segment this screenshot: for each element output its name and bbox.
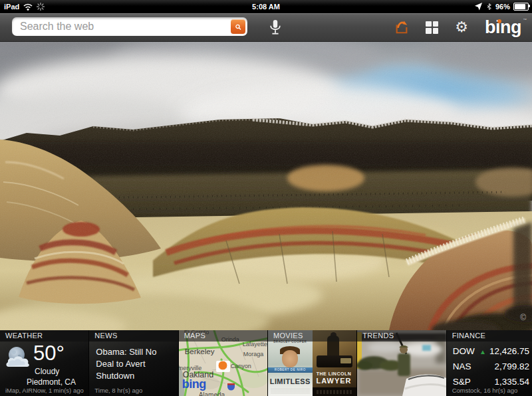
map-label-berkeley: Berkeley — [185, 347, 215, 355]
search-input[interactable] — [12, 21, 231, 33]
tile-weather[interactable]: WEATHER 50° Cloudy Piedmont, CA iMap, AI… — [0, 330, 88, 396]
finance-header: FINANCE — [447, 330, 532, 342]
ticker-value: 1,335.54 — [494, 377, 529, 387]
trends-header: TRENDS — [357, 330, 446, 342]
clock: 5:08 AM — [252, 3, 280, 11]
battery-icon — [513, 3, 529, 11]
weather-location: Piedmont, CA — [27, 377, 76, 387]
ticker-value: 12,426.75 — [489, 346, 529, 356]
apps-grid-icon[interactable] — [426, 21, 438, 34]
bing-logo-trademark: ™ — [523, 18, 527, 22]
ticker-symbol: S&P — [453, 377, 471, 387]
tile-trends[interactable]: TRENDS — [356, 330, 446, 396]
maps-header: MAPS — [179, 330, 267, 342]
bluetooth-icon — [486, 2, 492, 11]
magnifier-icon — [235, 22, 241, 32]
ticker-value: 2,799.82 — [494, 361, 529, 371]
painted-hills-photo — [0, 41, 532, 330]
bing-ipad-app: iPad 5:08 AM 96% — [0, 0, 532, 396]
location-arrow-icon — [475, 3, 483, 11]
poster-face — [282, 350, 298, 367]
bing-logo[interactable]: bing ™ — [485, 19, 525, 37]
finance-body: DOW ▲ 12,426.75 NAS 2,799.82 S&P 1,335.5… — [447, 342, 532, 387]
tile-strip: WEATHER 50° Cloudy Piedmont, CA iMap, AI… — [0, 330, 532, 396]
map-label-canyon: Canyon — [231, 363, 251, 369]
weather-source: iMap, AIRNow, 1 min(s) ago — [5, 387, 84, 394]
poster-billing-block — [313, 387, 357, 396]
finance-row-dow: DOW ▲ 12,426.75 — [453, 346, 529, 356]
news-headline: Obama: Still No Deal to Avert Shutdown — [96, 346, 172, 383]
finance-source: Comstock, 16 hr(s) ago — [452, 387, 518, 394]
shuffle-image-icon[interactable] — [394, 19, 409, 35]
poster-title-line1: THE LINCOLN — [313, 371, 356, 376]
poster-plate — [340, 358, 351, 363]
weather-condition: Cloudy — [35, 367, 59, 376]
photo-credit: © — [520, 313, 526, 322]
background-photo: © — [0, 41, 532, 330]
finance-row-sp: S&P 1,335.54 — [453, 377, 529, 387]
up-arrow-icon: ▲ — [479, 348, 486, 355]
bing-logo-dot — [497, 19, 501, 23]
temperature: 50° — [33, 342, 65, 365]
news-header: NEWS — [89, 330, 178, 342]
bing-maps-logo: bing — [182, 377, 206, 391]
weather-body: 50° Cloudy Piedmont, CA — [0, 342, 88, 387]
finance-row-nas: NAS 2,799.82 — [453, 361, 529, 371]
cloudy-moon-icon — [5, 346, 33, 371]
poster-title-limitless: LIMITLESS — [268, 377, 313, 385]
tile-movies[interactable]: BRADLEY COOPER ROBERT DE NIRO LIMITLESS … — [267, 330, 356, 396]
microphone-icon[interactable] — [268, 19, 283, 37]
toolbar: ⚙ bing ™ — [0, 13, 532, 42]
news-source: Time, 8 hr(s) ago — [94, 387, 142, 394]
search-button[interactable] — [231, 19, 245, 34]
ticker-symbol: NAS — [453, 361, 471, 371]
tile-maps[interactable]: El Cerrito Orinda Lafayette Berkeley Mor… — [178, 330, 267, 396]
map-label-lafayette: Lafayette — [243, 341, 267, 347]
tile-finance[interactable]: FINANCE DOW ▲ 12,426.75 NAS 2,799.82 S&P — [446, 330, 532, 396]
map-label-moraga: Moraga — [243, 351, 264, 357]
movies-header: MOVIES — [268, 330, 356, 342]
bing-logo-text: bing — [485, 17, 521, 37]
weather-header: WEATHER — [0, 330, 88, 342]
search-box[interactable] — [12, 17, 247, 36]
poster-title-line2: LAWYER — [313, 377, 356, 385]
status-bar: iPad 5:08 AM 96% — [0, 0, 532, 13]
settings-gear-icon[interactable]: ⚙ — [455, 20, 468, 35]
ticker-symbol: DOW — [453, 346, 475, 356]
map-label-alameda: Alameda — [199, 391, 225, 396]
poster-credit-mid: ROBERT DE NIRO — [268, 367, 313, 373]
poster-billing-block — [271, 389, 310, 394]
battery-percent: 96% — [495, 3, 510, 11]
tile-news[interactable]: NEWS Obama: Still No Deal to Avert Shutd… — [88, 330, 178, 396]
